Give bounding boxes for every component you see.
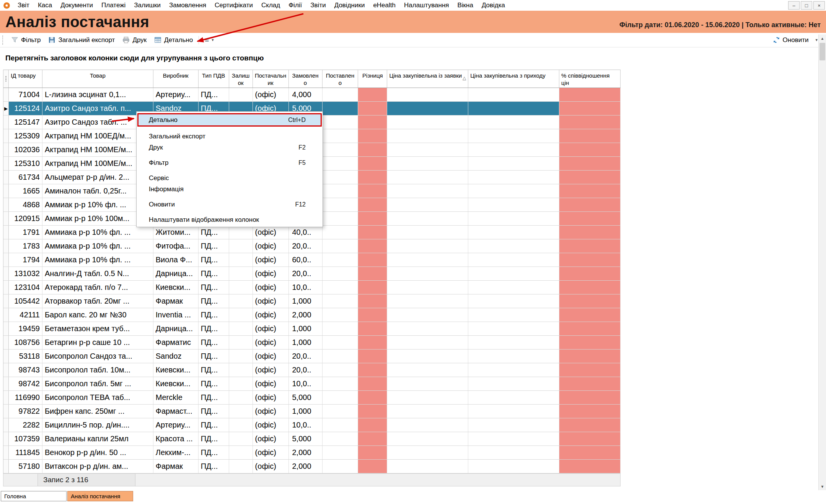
context-menu-item-filter[interactable]: ФільтрF5	[137, 157, 322, 168]
column-header-id[interactable]: ІД товару	[9, 70, 42, 88]
context-menu-item-export[interactable]: Загальний експорт	[137, 131, 322, 142]
column-header-vyrobnyk[interactable]: Виробник	[153, 70, 199, 88]
cell-vyrobnyk: Лекхим-...	[153, 446, 199, 459]
cell-pct_spivvidnoshennia	[559, 377, 621, 390]
cell-riznytsia	[358, 432, 387, 445]
table-row[interactable]: 98742Бисопролол табл. 5мг ...Киевски...П…	[3, 377, 621, 391]
table-row[interactable]: 98743Бисопролол табл. 10м...Киевски...ПД…	[3, 363, 621, 377]
scrollbar-thumb[interactable]	[819, 43, 825, 60]
cell-id: 98742	[9, 377, 42, 390]
table-row[interactable]: 105442Аторвакор табл. 20мг ...ФармакПД..…	[3, 294, 621, 308]
table-row[interactable]: 42111Барол капс. 20 мг №30Inventia ...ПД…	[3, 308, 621, 322]
vertical-scrollbar[interactable]: ▲ ▼	[818, 34, 826, 490]
cell-postavleno	[323, 88, 358, 101]
list-options-button[interactable]: ≡ ▾	[202, 35, 217, 45]
column-header-tsina_zayavky[interactable]: Ціна закупівельна із заявки△	[387, 70, 468, 88]
column-header-tovar[interactable]: Товар	[42, 70, 153, 88]
cell-zamovleno: 10,0..	[289, 377, 323, 390]
menubar-item-vikna[interactable]: Вікна	[453, 2, 477, 9]
print-button[interactable]: Друк	[119, 35, 150, 46]
cell-postachalnyk: (офіс)	[253, 460, 289, 473]
refresh-button[interactable]: Оновити	[770, 35, 812, 46]
cell-pct_spivvidnoshennia	[559, 115, 621, 129]
column-header-postachalnyk[interactable]: Постачальник	[253, 70, 289, 88]
close-button[interactable]: ×	[813, 1, 825, 10]
detail-button[interactable]: Детально	[151, 35, 196, 46]
table-row[interactable]: 116990Бисопролол ТЕВА таб...MerckleПД...…	[3, 391, 621, 405]
table-row[interactable]: 1791Аммиака р-р 10% фл. ...Житоми...ПД..…	[3, 226, 621, 239]
cell-zalyshok	[229, 391, 253, 404]
column-header-typ_pdv[interactable]: Тип ПДВ	[199, 70, 229, 88]
cell-tsina_zayavky	[387, 377, 468, 390]
menubar-item-dokumenty[interactable]: Документи	[56, 2, 97, 9]
row-indicator	[3, 460, 9, 473]
table-row[interactable]: 19459Бетаметазон крем туб...Дарница...ПД…	[3, 322, 621, 336]
column-header-pct_spivvidnoshennia[interactable]: % співвідношення цін	[559, 70, 621, 88]
cell-riznytsia	[358, 171, 387, 184]
context-menu-item-information[interactable]: Інформація	[137, 184, 322, 195]
menubar-item-ehealth[interactable]: eHealth	[369, 2, 400, 9]
scroll-down-icon[interactable]: ▼	[819, 483, 826, 490]
column-header-postavleno[interactable]: Поставлено	[323, 70, 358, 88]
menubar-item-zvity[interactable]: Звіти	[306, 2, 330, 9]
table-row[interactable]: 71004L-лизина эсцинат 0,1...Артериу...ПД…	[3, 88, 621, 102]
window-controls: –□×	[788, 1, 825, 10]
restore-button[interactable]: □	[801, 1, 812, 10]
menubar-item-dovidnyky[interactable]: Довідники	[330, 2, 369, 9]
tab-analiz-postachannia[interactable]: Аналіз постачання	[67, 491, 133, 501]
menubar-item-platezhi[interactable]: Платежі	[97, 2, 130, 9]
cell-tsina_prykhodu	[468, 267, 559, 280]
cell-tovar: Аммиака р-р 10% фл. ...	[42, 226, 153, 239]
table-row[interactable]: 53118Бисопролол Сандоз та...SandozПД...(…	[3, 350, 621, 363]
context-menu-item-service[interactable]: Сервіс	[137, 172, 322, 184]
row-indicator	[3, 115, 9, 129]
table-row[interactable]: 107359Валерианы капли 25млКрасота ...ПД.…	[3, 432, 621, 446]
table-row[interactable]: 108756Бетаргин р-р саше 10 ...ФарматисПД…	[3, 336, 621, 350]
menubar-item-sklad[interactable]: Склад	[257, 2, 284, 9]
table-row[interactable]: 123104Атерокард табл. п/о 7...Киевски...…	[3, 281, 621, 294]
column-header-tsina_prykhodu[interactable]: Ціна закупівельна з приходу	[468, 70, 559, 88]
context-menu-item-print[interactable]: ДрукF2	[137, 142, 322, 153]
cell-zamovleno: 20,0..	[289, 363, 323, 377]
cell-postavleno	[323, 157, 358, 170]
table-row[interactable]: 111845Венокор р-р д/ин. 50 ...Лекхим-...…	[3, 446, 621, 460]
minimize-button[interactable]: –	[788, 1, 800, 10]
table-header: ІД товаруТоварВиробникТип ПДВЗалишокПост…	[3, 70, 621, 88]
cell-zalyshok	[229, 336, 253, 349]
toolbar-overflow-chevron-icon[interactable]: ▾	[815, 38, 818, 42]
table-row[interactable]: 131032Аналгин-Д табл. 0.5 N...Дарница...…	[3, 267, 621, 281]
cell-riznytsia	[358, 129, 387, 143]
context-menu-item-label: Налаштувати відображення колонок	[149, 216, 259, 224]
cell-riznytsia	[358, 350, 387, 363]
context-menu-shortcut: F2	[298, 144, 306, 151]
cell-zamovleno: 1,000	[289, 405, 323, 418]
menubar-item-kasa[interactable]: Каса	[34, 2, 56, 9]
table-row[interactable]: 1783Аммиака р-р 10% фл. ...Фитофа...ПД..…	[3, 239, 621, 253]
column-header-zalyshok[interactable]: Залишок	[229, 70, 253, 88]
column-header-zamovleno[interactable]: Замовлено	[289, 70, 323, 88]
bottom-tabs: ГоловнаАналіз постачання	[1, 491, 134, 501]
scroll-up-icon[interactable]: ▲	[819, 34, 826, 42]
table-row[interactable]: 97822Бифрен капс. 250мг ...Фармаст...ПД.…	[3, 405, 621, 418]
cell-typ_pdv: ПД...	[199, 267, 229, 280]
tab-holovna[interactable]: Головна	[1, 491, 67, 501]
menubar-item-dovidka[interactable]: Довідка	[477, 2, 509, 9]
cell-postachalnyk: (офіс)	[253, 322, 289, 335]
filter-button[interactable]: Фільтр	[8, 35, 44, 46]
context-menu-item-detail[interactable]: ДетальноCtrl+D	[137, 113, 322, 127]
column-header-riznytsia[interactable]: Різниця	[358, 70, 387, 88]
menubar-item-sertyfikaty[interactable]: Сертифікати	[210, 2, 257, 9]
menubar-item-zalyshky[interactable]: Залишки	[130, 2, 165, 9]
menubar-item-nalashtuvannia[interactable]: Налаштування	[400, 2, 453, 9]
table-row[interactable]: 57180Витаксон р-р д/ин. ам...ФармакПД...…	[3, 460, 621, 473]
export-button[interactable]: Загальний експорт	[45, 35, 118, 46]
context-menu-item-configure-columns[interactable]: Налаштувати відображення колонок	[137, 214, 322, 225]
table-row[interactable]: 1794Аммиака р-р 10% фл. ...Виола Ф...ПД.…	[3, 253, 621, 267]
menubar-item-zamovlennia[interactable]: Замовлення	[165, 2, 210, 9]
menubar-item-zvit[interactable]: Звіт	[13, 2, 34, 9]
table-row[interactable]: 2282Бициллин-5 пор. д/ин....Артериу...ПД…	[3, 418, 621, 432]
cell-riznytsia	[358, 377, 387, 390]
menubar-item-filii[interactable]: Філії	[284, 2, 306, 9]
cell-typ_pdv: ПД...	[199, 253, 229, 267]
context-menu-item-refresh[interactable]: ОновитиF12	[137, 199, 322, 210]
